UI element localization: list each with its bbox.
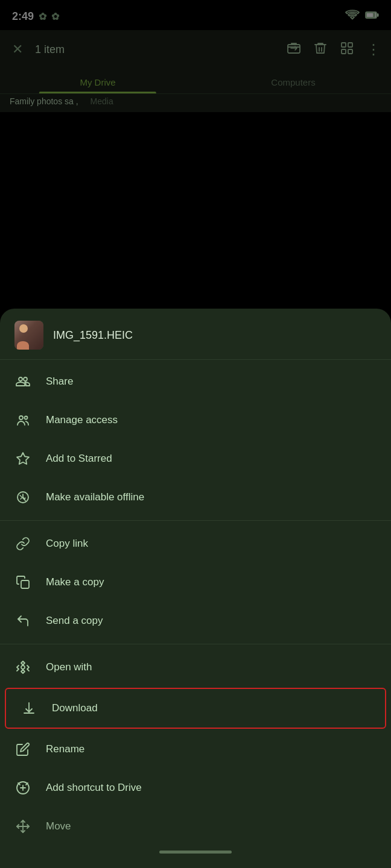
add-starred-label: Add to Starred bbox=[46, 453, 112, 465]
download-label: Download bbox=[52, 702, 98, 714]
move-label: Move bbox=[46, 820, 71, 832]
open-with-label: Open with bbox=[46, 661, 92, 673]
thumbnail-image bbox=[14, 321, 43, 350]
home-bar bbox=[159, 851, 232, 854]
share-label: Share bbox=[46, 376, 73, 388]
copy-link-label: Copy link bbox=[46, 538, 88, 550]
svg-rect-13 bbox=[21, 580, 29, 588]
menu-item-make-copy[interactable]: Make a copy bbox=[0, 563, 391, 602]
offline-icon bbox=[14, 489, 31, 506]
share-icon bbox=[14, 373, 31, 390]
bottom-sheet: IMG_1591.HEIC Share Manage access bbox=[0, 309, 391, 868]
manage-access-icon bbox=[14, 412, 31, 429]
menu-item-rename[interactable]: Rename bbox=[0, 730, 391, 769]
send-copy-label: Send a copy bbox=[46, 615, 103, 627]
download-icon bbox=[21, 700, 37, 717]
divider-2 bbox=[0, 644, 391, 644]
shortcut-icon bbox=[14, 779, 31, 796]
divider-1 bbox=[0, 520, 391, 521]
svg-point-10 bbox=[25, 417, 28, 420]
file-thumbnail bbox=[14, 321, 43, 350]
manage-access-label: Manage access bbox=[46, 414, 118, 426]
star-icon bbox=[14, 450, 31, 467]
file-header: IMG_1591.HEIC bbox=[0, 309, 391, 360]
svg-point-9 bbox=[19, 416, 23, 420]
file-name: IMG_1591.HEIC bbox=[53, 329, 133, 342]
menu-item-manage-access[interactable]: Manage access bbox=[0, 401, 391, 439]
menu-item-add-shortcut[interactable]: Add shortcut to Drive bbox=[0, 769, 391, 807]
offline-label: Make available offline bbox=[46, 491, 144, 503]
rename-icon bbox=[14, 741, 31, 758]
menu-item-download[interactable]: Download bbox=[5, 688, 386, 729]
menu-item-copy-link[interactable]: Copy link bbox=[0, 524, 391, 563]
menu-item-add-starred[interactable]: Add to Starred bbox=[0, 439, 391, 478]
menu-item-open-with[interactable]: Open with bbox=[0, 648, 391, 687]
menu-item-offline[interactable]: Make available offline bbox=[0, 478, 391, 517]
svg-point-14 bbox=[21, 665, 25, 669]
thumbnail-body bbox=[17, 341, 29, 350]
menu-item-move[interactable]: Move bbox=[0, 807, 391, 846]
copy-icon bbox=[14, 574, 31, 591]
rename-label: Rename bbox=[46, 743, 84, 755]
move-icon bbox=[14, 818, 31, 835]
home-indicator bbox=[0, 846, 391, 856]
add-shortcut-label: Add shortcut to Drive bbox=[46, 782, 142, 794]
send-icon bbox=[14, 612, 31, 629]
open-with-icon bbox=[14, 659, 31, 676]
link-icon bbox=[14, 535, 31, 552]
make-copy-label: Make a copy bbox=[46, 576, 104, 588]
thumbnail-face bbox=[19, 324, 28, 333]
menu-item-send-copy[interactable]: Send a copy bbox=[0, 602, 391, 640]
svg-marker-11 bbox=[17, 453, 29, 464]
menu-item-share[interactable]: Share bbox=[0, 362, 391, 401]
